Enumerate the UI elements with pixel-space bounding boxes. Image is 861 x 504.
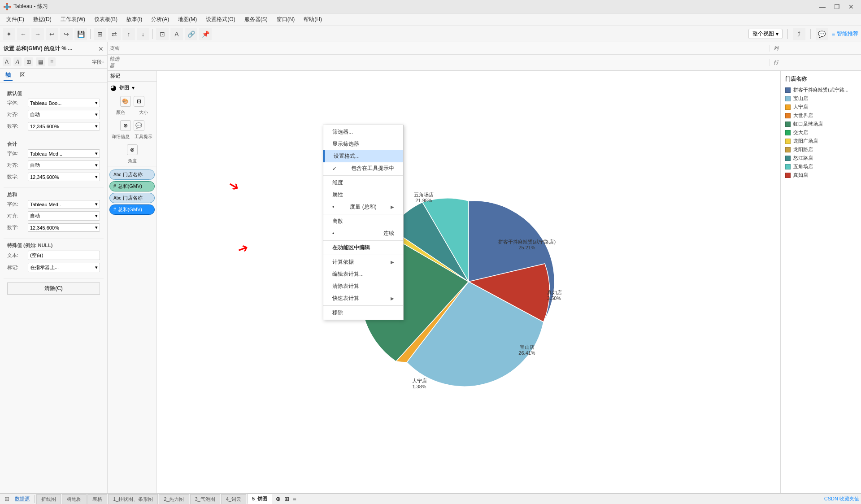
ctx-remove[interactable]: 移除 xyxy=(323,307,403,319)
toolbar-fix[interactable]: 📌 xyxy=(199,28,212,40)
ctx-measure[interactable]: • 度量 (总和) ▶ xyxy=(323,201,403,213)
legend-item-7[interactable]: 龙阳路店 xyxy=(785,146,857,153)
marks-type-selector[interactable]: ◕ 饼图 ▾ xyxy=(108,82,157,94)
sheet-tab-0[interactable]: 折线图 xyxy=(36,494,61,504)
toolbar-forward[interactable]: → xyxy=(31,28,44,40)
add-sheet-icon[interactable]: ⊕ xyxy=(275,495,282,503)
legend-item-6[interactable]: 龙阳广场店 xyxy=(785,138,857,144)
toolbar-save[interactable]: 💾 xyxy=(74,28,87,40)
field-label[interactable]: 字段+ xyxy=(92,59,104,65)
datasource-icon[interactable]: ⊞ xyxy=(2,495,12,503)
menu-server[interactable]: 服务器(S) xyxy=(240,14,272,25)
toolbar-table[interactable]: ⊞ xyxy=(94,28,106,40)
sheet-tab-5[interactable]: 3_气泡图 xyxy=(190,494,220,504)
menu-format[interactable]: 设置格式(O) xyxy=(201,14,239,25)
ctx-format[interactable]: 设置格式... xyxy=(323,150,403,162)
toolbar-labels[interactable]: A xyxy=(170,28,183,40)
number-select-3[interactable]: 12,345,600%▾ xyxy=(28,223,100,232)
datasource-tab[interactable]: 数据源 xyxy=(12,495,32,503)
minimize-button[interactable]: — xyxy=(816,2,829,11)
number-select-2[interactable]: 12,345,600%▾ xyxy=(28,173,100,181)
ctx-dimension[interactable]: 维度 xyxy=(323,177,403,189)
legend-item-3[interactable]: 大世界店 xyxy=(785,112,857,119)
ctx-quick-calc[interactable]: 快速表计算 ▶ xyxy=(323,292,403,304)
sheet-tab-6[interactable]: 4_词云 xyxy=(221,494,246,504)
toolbar-share[interactable]: ⤴ xyxy=(793,28,805,40)
angle-icon[interactable]: ⊗ xyxy=(127,144,138,155)
sheet-tab-1[interactable]: 树地图 xyxy=(62,494,87,504)
sheet-tab-3[interactable]: 1_柱状图、条形图 xyxy=(108,494,158,504)
align-select-3[interactable]: 自动▾ xyxy=(28,211,100,221)
sheet-list-icon[interactable]: ≡ xyxy=(292,495,297,503)
sheet-tab-4[interactable]: 2_热力图 xyxy=(159,494,189,504)
ctx-continuous[interactable]: • 连续 xyxy=(323,227,403,239)
menu-file[interactable]: 文件(E) xyxy=(2,14,29,25)
font-select-2[interactable]: Tableau Med...▾ xyxy=(28,149,100,158)
toolbar-new[interactable]: ✦ xyxy=(3,28,15,40)
mark-select[interactable]: 在指示器上...▾ xyxy=(28,263,100,272)
legend-item-5[interactable]: 交大店 xyxy=(785,129,857,136)
menu-worksheet[interactable]: 工作表(W) xyxy=(56,14,90,25)
legend-item-0[interactable]: 拼客干拌麻辣烫(武宁路... xyxy=(785,87,857,93)
toolbar-swap[interactable]: ⇄ xyxy=(108,28,121,40)
ctx-show-filter[interactable]: 显示筛选器 xyxy=(323,138,403,150)
dimension-pill-2[interactable]: Abc 门店名称 xyxy=(109,193,155,203)
text-select[interactable]: (空白) xyxy=(28,251,100,260)
menu-window[interactable]: 窗口(N) xyxy=(272,14,300,25)
ctx-discrete[interactable]: 离散 xyxy=(323,215,403,227)
toolbar-redo[interactable]: ↪ xyxy=(60,28,73,40)
sheet-tab-7[interactable]: 5_饼图 xyxy=(247,494,272,504)
ctx-tooltip[interactable]: ✓ 包含在工具提示中 xyxy=(323,162,403,174)
clear-button[interactable]: 清除(C) xyxy=(7,282,100,295)
menu-data[interactable]: 数据(D) xyxy=(29,14,56,25)
dimension-pill-1[interactable]: Abc 门店名称 xyxy=(109,169,155,180)
view-selector[interactable]: 整个视图 ▾ xyxy=(748,29,783,39)
format-table[interactable]: ▤ xyxy=(36,57,45,66)
legend-item-9[interactable]: 五角场店 xyxy=(785,163,857,170)
number-select-1[interactable]: 12,345,600%▾ xyxy=(28,122,100,130)
menu-map[interactable]: 地图(M) xyxy=(174,14,201,25)
measure-pill-2[interactable]: # 总和(GMV) xyxy=(109,204,155,215)
toolbar-sort-desc[interactable]: ↓ xyxy=(137,28,149,40)
font-select-1[interactable]: Tableau Boo...▾ xyxy=(28,99,100,107)
align-select-2[interactable]: 自动▾ xyxy=(28,161,100,170)
legend-item-10[interactable]: 真如店 xyxy=(785,172,857,178)
sheet-grid-icon[interactable]: ⊞ xyxy=(283,495,290,503)
toolbar-format[interactable]: 🔗 xyxy=(185,28,197,40)
menu-help[interactable]: 帮助(H) xyxy=(299,14,326,25)
ctx-compute-by[interactable]: 计算依据 ▶ xyxy=(323,256,403,268)
size-icon[interactable]: ⊡ xyxy=(134,96,144,107)
ctx-attribute[interactable]: 属性 xyxy=(323,189,403,201)
format-font-italic[interactable]: A xyxy=(13,57,22,66)
toolbar-back[interactable]: ← xyxy=(17,28,30,40)
tab-zone[interactable]: 区 xyxy=(18,70,27,81)
ctx-edit-inline[interactable]: 在功能区中编辑 xyxy=(323,242,403,254)
measure-pill-1[interactable]: # 总和(GMV) xyxy=(109,181,155,191)
menu-dashboard[interactable]: 仪表板(B) xyxy=(90,14,122,25)
tooltip-icon[interactable]: 💬 xyxy=(134,120,144,131)
detail-icon[interactable]: ⊕ xyxy=(120,120,131,131)
font-select-3[interactable]: Tableau Med..▾ xyxy=(28,200,100,209)
legend-item-2[interactable]: 大宁店 xyxy=(785,104,857,110)
ctx-clear-calc[interactable]: 清除表计算 xyxy=(323,280,403,292)
toolbar-sort-asc[interactable]: ↑ xyxy=(122,28,135,40)
align-select-1[interactable]: 自动▾ xyxy=(28,110,100,119)
legend-item-4[interactable]: 虹口足球场店 xyxy=(785,121,857,127)
ctx-filter[interactable]: 筛选器... xyxy=(323,126,403,138)
ctx-edit-calc[interactable]: 编辑表计算... xyxy=(323,268,403,280)
tab-axis[interactable]: 轴 xyxy=(4,70,13,81)
menu-story[interactable]: 故事(I) xyxy=(122,14,147,25)
format-align[interactable]: ≡ xyxy=(48,57,56,66)
toolbar-filter[interactable]: ⊡ xyxy=(156,28,169,40)
format-align-left[interactable]: ⊞ xyxy=(24,57,33,66)
maximize-button[interactable]: ❐ xyxy=(831,2,843,11)
close-panel-button[interactable]: ✕ xyxy=(98,45,104,52)
legend-item-8[interactable]: 怒江路店 xyxy=(785,155,857,161)
sheet-tab-2[interactable]: 表格 xyxy=(87,494,107,504)
smart-recommend[interactable]: ≡ 智能推荐 xyxy=(832,30,858,38)
toolbar-undo[interactable]: ↩ xyxy=(46,28,58,40)
legend-item-1[interactable]: 宝山店 xyxy=(785,95,857,102)
close-button[interactable]: ✕ xyxy=(845,2,857,11)
toolbar-ask[interactable]: 💬 xyxy=(816,28,828,40)
menu-analysis[interactable]: 分析(A) xyxy=(147,14,174,25)
